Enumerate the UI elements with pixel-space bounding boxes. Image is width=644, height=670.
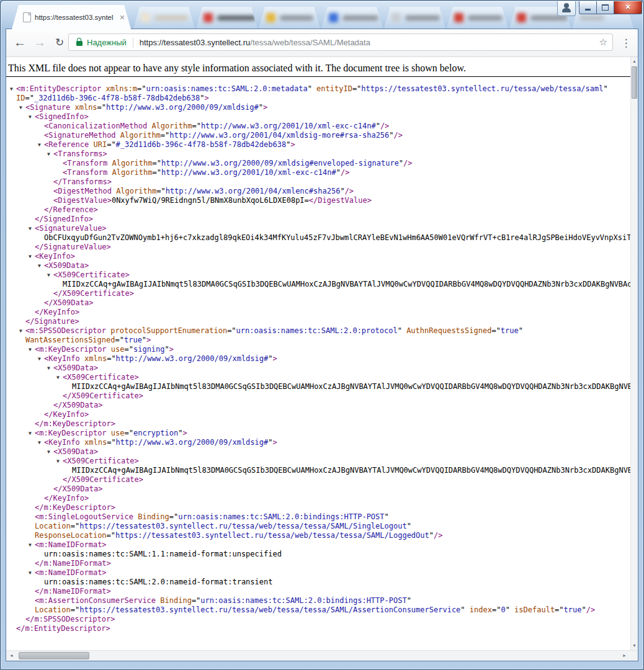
menu-icon[interactable]: ⋮ bbox=[618, 35, 634, 51]
collapse-arrow-icon[interactable]: ▼ bbox=[38, 261, 44, 270]
tab-active[interactable]: https://tessatest03.syntel × bbox=[12, 5, 131, 29]
collapse-arrow-icon[interactable]: ▼ bbox=[29, 429, 35, 438]
xml-line: ▼<m:NameIDFormat> bbox=[6, 568, 630, 578]
xml-line: <DigestValue>0Nxyfw7WiQ/9REidngn5l/BNmX8… bbox=[6, 196, 630, 205]
header-rule bbox=[6, 76, 630, 77]
xml-line: ▼<Signature xmlns="http://www.w3.org/200… bbox=[6, 103, 630, 112]
background-tab[interactable] bbox=[196, 7, 257, 29]
collapse-arrow-icon[interactable]: ▼ bbox=[47, 150, 53, 159]
background-tab[interactable] bbox=[384, 7, 445, 29]
xml-line: ResponseLocation="https://tessatest03.sy… bbox=[6, 531, 630, 540]
person-icon bbox=[564, 3, 569, 8]
tab-close-icon[interactable]: × bbox=[120, 13, 125, 22]
collapse-arrow-icon[interactable]: ▼ bbox=[47, 364, 53, 373]
xml-line: </KeyInfo> bbox=[6, 410, 630, 419]
xml-line: ▼<KeyInfo xmlns="http://www.w3.org/2000/… bbox=[6, 438, 630, 447]
xml-line: ▼<X509Certificate> bbox=[6, 373, 630, 382]
toolbar: ← → ↻ Надежный https://tessatest03.synte… bbox=[6, 29, 638, 57]
horizontal-scrollbar[interactable]: ◄ ► bbox=[6, 650, 638, 661]
collapse-arrow-icon[interactable]: ▼ bbox=[38, 354, 44, 364]
collapse-arrow-icon[interactable]: ▼ bbox=[10, 84, 16, 94]
xml-line: </X509Data> bbox=[6, 485, 630, 494]
address-bar[interactable]: Надежный https://tessatest03.syntellect.… bbox=[68, 34, 613, 51]
horizontal-scroll-thumb[interactable] bbox=[19, 652, 89, 659]
close-icon: ✕ bbox=[614, 1, 642, 13]
xml-line: <Transform Algorithm="http://www.w3.org/… bbox=[6, 168, 630, 177]
profile-button[interactable] bbox=[557, 1, 576, 16]
xml-line: ▼<X509Data> bbox=[6, 261, 630, 270]
xml-line: </m:KeyDescriptor> bbox=[6, 419, 630, 429]
bookmark-star-icon[interactable]: ☆ bbox=[599, 34, 607, 50]
collapse-arrow-icon[interactable]: ▼ bbox=[29, 252, 35, 261]
collapse-arrow-icon[interactable]: ▼ bbox=[29, 540, 35, 550]
xml-line: </KeyInfo> bbox=[6, 494, 630, 503]
background-tab[interactable] bbox=[447, 7, 508, 29]
maximize-button[interactable] bbox=[597, 1, 614, 14]
xml-line: </m:EntityDescriptor> bbox=[6, 624, 630, 633]
tab-title bbox=[154, 16, 188, 20]
collapse-arrow-icon[interactable]: ▼ bbox=[38, 140, 44, 150]
collapse-arrow-icon[interactable]: ▼ bbox=[29, 568, 35, 578]
xml-line: ▼<KeyInfo> bbox=[6, 252, 630, 261]
vertical-scroll-thumb[interactable] bbox=[632, 66, 637, 99]
xml-line: </SignatureValue> bbox=[6, 243, 630, 252]
collapse-arrow-icon[interactable]: ▼ bbox=[47, 270, 53, 280]
xml-line: ▼<KeyInfo xmlns="http://www.w3.org/2000/… bbox=[6, 354, 630, 364]
collapse-arrow-icon[interactable]: ▼ bbox=[38, 438, 44, 447]
reload-button[interactable]: ↻ bbox=[51, 34, 68, 51]
xml-line: ▼<Reference URI="#_32d11d6b-396c-4f78-b5… bbox=[6, 140, 630, 150]
xml-viewer-page: This XML file does not appear to have an… bbox=[6, 57, 630, 650]
collapse-arrow-icon[interactable]: ▼ bbox=[29, 112, 35, 122]
xml-line: </X509Certificate> bbox=[6, 391, 630, 401]
security-label[interactable]: Надежный bbox=[87, 38, 127, 47]
collapse-arrow-icon[interactable]: ▼ bbox=[19, 103, 25, 112]
xml-line: ▼<SignatureValue> bbox=[6, 224, 630, 233]
xml-line: Location="https://tessatest03.syntellect… bbox=[6, 605, 630, 615]
xml-line: MIIDxzCCAq+gAwIBAgIJAIbNmqt5l83DMA0GCSqG… bbox=[6, 382, 630, 391]
tab-title bbox=[468, 16, 503, 20]
background-tab[interactable] bbox=[133, 7, 195, 29]
xml-line: ID="_32d11d6b-396c-4f78-b58f-78db42deb63… bbox=[6, 94, 630, 103]
collapse-arrow-icon[interactable]: ▼ bbox=[19, 326, 25, 336]
tab-title: https://tessatest03.syntel bbox=[35, 14, 116, 21]
minimize-button[interactable] bbox=[579, 1, 597, 14]
xml-line: ObCFUxqyuDfGun2TvZOWNOymb1+hj6+c7xkzadgl… bbox=[6, 233, 630, 243]
close-window-button[interactable]: ✕ bbox=[614, 1, 642, 14]
xml-line: ▼<X509Data> bbox=[6, 364, 630, 373]
favicon-icon bbox=[391, 13, 401, 22]
collapse-arrow-icon[interactable]: ▼ bbox=[56, 373, 63, 382]
vertical-scrollbar[interactable]: ▲ ▼ bbox=[630, 57, 638, 650]
forward-button[interactable]: → bbox=[31, 34, 48, 51]
xml-line: Location="https://tessatest03.syntellect… bbox=[6, 522, 630, 531]
scroll-up-icon[interactable]: ▲ bbox=[631, 57, 638, 66]
tab-title bbox=[579, 16, 604, 20]
xml-line: WantAssertionsSigned="true"> bbox=[6, 336, 630, 345]
xml-line: </X509Certificate> bbox=[6, 475, 630, 485]
xml-line: <m:SingleLogoutService Binding="urn:oasi… bbox=[6, 512, 630, 522]
xml-line: </X509Certificate> bbox=[6, 289, 630, 298]
scroll-down-icon[interactable]: ▼ bbox=[631, 641, 638, 650]
xml-line: ▼<X509Certificate> bbox=[6, 270, 630, 280]
tab-title bbox=[405, 16, 440, 20]
back-button[interactable]: ← bbox=[11, 34, 29, 51]
xml-line: </SignedInfo> bbox=[6, 215, 630, 224]
collapse-arrow-icon[interactable]: ▼ bbox=[29, 224, 35, 233]
favicon-icon bbox=[329, 13, 338, 22]
xml-line: <CanonicalizationMethod Algorithm="http:… bbox=[6, 122, 630, 131]
scroll-right-icon[interactable]: ► bbox=[619, 651, 630, 661]
background-tab[interactable] bbox=[321, 7, 383, 29]
xml-line: </Transforms> bbox=[6, 177, 630, 187]
collapse-arrow-icon[interactable]: ▼ bbox=[47, 447, 53, 457]
url-text: https://tessatest03.syntellect.ru/tessa/… bbox=[140, 38, 370, 47]
collapse-arrow-icon[interactable]: ▼ bbox=[29, 345, 35, 354]
xml-line: </Signature> bbox=[6, 317, 630, 326]
maximize-icon bbox=[602, 4, 609, 11]
xml-tree: ▼<m:EntityDescriptor xmlns:m="urn:oasis:… bbox=[6, 84, 630, 633]
collapse-arrow-icon[interactable]: ▼ bbox=[56, 457, 63, 466]
xml-line: <m:AssertionConsumerService Binding="urn… bbox=[6, 596, 630, 605]
favicon-icon bbox=[141, 13, 150, 22]
scroll-left-icon[interactable]: ◄ bbox=[6, 651, 17, 661]
xml-line: </m:NameIDFormat> bbox=[6, 559, 630, 568]
xml-line: ▼<X509Certificate> bbox=[6, 457, 630, 466]
background-tab[interactable] bbox=[259, 7, 320, 29]
